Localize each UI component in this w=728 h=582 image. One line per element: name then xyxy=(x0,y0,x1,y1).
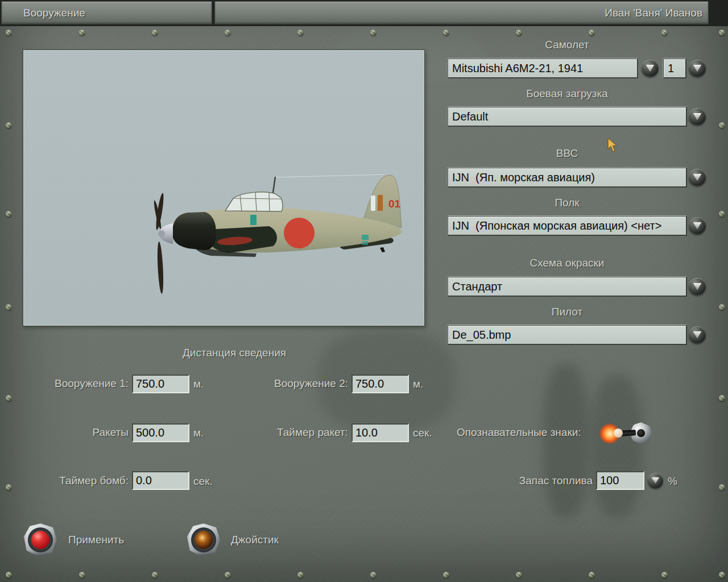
loadout-select[interactable]: Default xyxy=(448,107,686,126)
screw-icon xyxy=(589,30,595,36)
airforce-label: ВВС xyxy=(448,147,686,160)
screw-icon xyxy=(6,211,12,217)
toggle-pivot-icon xyxy=(637,429,645,437)
weapon1-input[interactable] xyxy=(132,375,189,393)
convergence-title: Дистанция сведения xyxy=(92,347,377,359)
rockets-input[interactable] xyxy=(132,423,189,442)
tail-number: 01 xyxy=(388,198,401,210)
screw-icon xyxy=(589,572,595,578)
apply-button[interactable] xyxy=(24,523,57,556)
screw-icon xyxy=(297,30,304,36)
screw-icon xyxy=(79,572,85,578)
screw-icon xyxy=(719,484,725,490)
regiment-select[interactable]: IJN (Японская морская авиация) <нет> xyxy=(448,216,686,235)
rockets-label: Ракеты xyxy=(23,426,129,439)
rocket-timer-input[interactable] xyxy=(351,423,409,442)
screw-icon xyxy=(152,30,158,36)
aircraft-preview-panel: 01 xyxy=(23,49,425,326)
regiment-dropdown-button[interactable] xyxy=(689,217,706,234)
joystick-button-label[interactable]: Джойстик xyxy=(231,534,279,546)
screw-icon xyxy=(443,572,449,578)
screw-icon xyxy=(225,30,231,36)
regiment-label: Полк xyxy=(448,197,686,209)
airforce-dropdown-button[interactable] xyxy=(689,169,706,186)
screw-icon xyxy=(516,572,522,578)
aircraft-dropdown-button[interactable] xyxy=(642,60,659,77)
paint-scheme-select[interactable]: Стандарт xyxy=(448,277,686,296)
screw-icon xyxy=(719,395,725,401)
title-bar: Вооружение Иван 'Ваня' Иванов xyxy=(0,0,728,26)
screw-icon xyxy=(719,30,725,36)
chevron-down-icon xyxy=(693,283,702,290)
chevron-down-icon xyxy=(693,113,702,120)
aircraft-side-view: 01 xyxy=(23,50,423,325)
weapon1-label: Вооружение 1: xyxy=(23,377,129,390)
rocket-timer-unit: сек. xyxy=(413,427,432,439)
pilot-skin-label: Пилот xyxy=(448,306,686,318)
bomb-timer-label: Таймер бомб: xyxy=(23,475,129,487)
chevron-down-icon xyxy=(652,477,659,484)
screw-icon xyxy=(719,304,725,310)
aircraft-count-dropdown-button[interactable] xyxy=(689,60,706,77)
chevron-down-icon xyxy=(693,331,702,339)
red-dome-icon xyxy=(31,531,49,549)
weapon2-label: Вооружение 2: xyxy=(245,377,348,390)
aircraft-count-field[interactable]: 1 xyxy=(663,59,686,78)
joystick-button[interactable] xyxy=(187,523,220,556)
paint-scheme-label: Схема окраски xyxy=(448,257,686,269)
pilot-name-bar: Иван 'Ваня' Иванов xyxy=(214,1,709,24)
screw-icon xyxy=(6,122,12,128)
screw-icon xyxy=(516,30,522,36)
screw-icon xyxy=(152,572,158,578)
screw-icon xyxy=(6,304,12,310)
screw-icon xyxy=(719,572,725,578)
screw-icon xyxy=(661,30,668,36)
loadout-dropdown-button[interactable] xyxy=(689,108,706,125)
screw-icon xyxy=(79,30,85,36)
pilot-skin-select[interactable]: De_05.bmp xyxy=(448,325,686,344)
airforce-select[interactable]: IJN (Яп. морская авиация) xyxy=(448,168,686,187)
chevron-down-icon xyxy=(646,65,655,72)
chevron-down-icon xyxy=(693,65,702,72)
rocket-timer-label: Таймер ракет: xyxy=(245,426,348,439)
rockets-unit: м. xyxy=(193,427,204,439)
screw-icon xyxy=(719,211,725,217)
aircraft-label: Самолет xyxy=(448,39,686,51)
apply-button-label[interactable]: Применить xyxy=(68,534,124,546)
paint-scheme-dropdown-button[interactable] xyxy=(689,278,706,295)
screw-icon xyxy=(443,30,449,36)
screw-icon xyxy=(225,572,231,578)
screw-icon xyxy=(719,122,725,128)
chevron-down-icon xyxy=(693,174,702,181)
markings-toggle[interactable] xyxy=(598,420,651,446)
toggle-knob-icon xyxy=(614,429,623,438)
fuel-label: Запас топлива xyxy=(489,475,593,487)
markings-label: Опознавательные знаки: xyxy=(457,426,581,439)
screw-icon xyxy=(370,572,377,578)
aircraft-select[interactable]: Mitsubishi A6M2-21, 1941 xyxy=(448,59,638,78)
background-barrel xyxy=(592,375,643,517)
weapon2-input[interactable] xyxy=(351,375,409,393)
tab-armament-label: Вооружение xyxy=(23,7,85,19)
pilot-name-label: Иван 'Ваня' Иванов xyxy=(605,7,702,19)
amber-dome-icon xyxy=(195,531,213,549)
bomb-timer-input[interactable] xyxy=(132,471,189,490)
bomb-timer-unit: сек. xyxy=(193,475,213,488)
screw-icon xyxy=(6,395,12,401)
tab-armament[interactable]: Вооружение xyxy=(1,1,212,24)
fuel-input[interactable] xyxy=(596,471,644,490)
fuel-dropdown-button[interactable] xyxy=(648,473,663,488)
weapon1-unit: м. xyxy=(193,378,204,390)
screw-icon xyxy=(6,484,12,490)
pilot-skin-dropdown-button[interactable] xyxy=(689,326,706,343)
chevron-down-icon xyxy=(693,222,702,230)
loadout-label: Боевая загрузка xyxy=(448,88,686,100)
screw-icon xyxy=(370,30,377,36)
background-barrel xyxy=(543,364,589,517)
screw-icon xyxy=(661,572,668,578)
screw-icon xyxy=(297,572,304,578)
armament-screen: Вооружение Иван 'Ваня' Иванов xyxy=(0,0,728,582)
weapon2-unit: м. xyxy=(413,378,423,390)
screw-icon xyxy=(6,30,12,36)
screw-icon xyxy=(6,572,12,578)
